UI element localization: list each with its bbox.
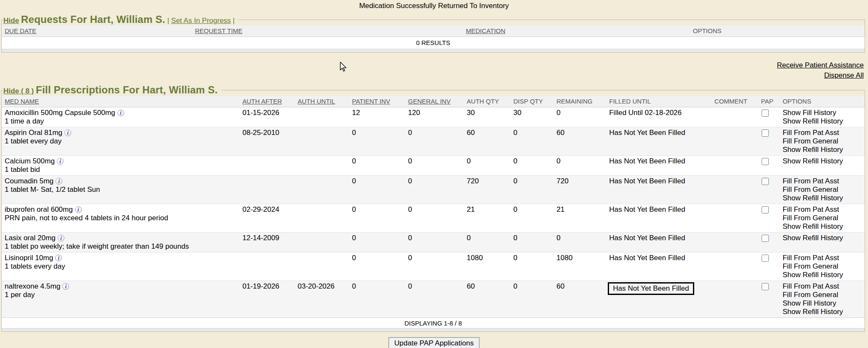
info-icon[interactable]: i	[58, 235, 64, 241]
info-icon[interactable]: i	[62, 283, 69, 290]
column-header-request-time[interactable]: REQUEST TIME	[193, 25, 464, 36]
column-header-medication[interactable]: MEDICATION	[464, 25, 691, 36]
general-inv-cell: 0	[406, 128, 465, 154]
option-link-fill-from-pat-asst[interactable]: Fill From Pat Asst	[782, 129, 863, 137]
option-link-fill-from-general[interactable]: Fill From General	[782, 137, 863, 146]
filled-until-text: Has Not Yet Been Filled	[609, 129, 685, 137]
filled-until-text: Has Not Yet Been Filled	[609, 177, 685, 185]
update-pap-applications-button[interactable]: Update PAP Applications	[389, 337, 479, 348]
column-header-auth-until[interactable]: AUTH UNTIL	[296, 96, 350, 107]
patient-inv-cell: 0	[351, 205, 406, 231]
prescription-row: Aspirin Oral 81mgi1 tablet every day08-2…	[2, 127, 865, 155]
auth-qty-cell: 60	[465, 282, 512, 317]
remaining-cell: 60	[555, 128, 607, 154]
option-link-show-refill-history[interactable]: Show Refill History	[782, 308, 863, 316]
auth-after-cell	[241, 177, 296, 203]
option-link-show-refill-history[interactable]: Show Refill History	[782, 117, 863, 126]
med-name-cell: Lasix oral 20mgi1 tablet po weekly; take…	[2, 233, 241, 251]
option-link-show-refill-history[interactable]: Show Refill History	[782, 222, 863, 231]
page-actions: Receive Patient Assistance Dispense All	[0, 60, 864, 81]
auth-after-cell: 02-29-2024	[241, 205, 296, 231]
requests-section: Hide Requests For Hart, William S. | Set…	[1, 14, 865, 53]
auth-after-cell: 01-15-2026	[241, 108, 296, 126]
filled-until-highlighted: Has Not Yet Been Filled	[608, 282, 694, 295]
med-sig: 1 per day	[5, 291, 239, 299]
disp-qty-cell: 0	[512, 128, 555, 154]
status-message: Medication Successfully Returned To Inve…	[0, 0, 868, 10]
auth-qty-cell: 21	[465, 205, 512, 231]
column-header-auth-after[interactable]: AUTH AFTER	[241, 96, 296, 107]
comment-cell	[713, 157, 760, 174]
receive-patient-assistance-link[interactable]: Receive Patient Assistance	[0, 60, 864, 70]
auth-after-cell: 08-25-2010	[241, 128, 296, 154]
auth-after-cell: 12-14-2009	[241, 233, 296, 251]
info-icon[interactable]: i	[56, 178, 62, 185]
info-icon[interactable]: i	[57, 158, 64, 165]
pap-checkbox[interactable]	[762, 178, 769, 185]
med-name: naltrexone 4.5mg	[5, 282, 60, 290]
filled-until-text: Has Not Yet Been Filled	[609, 254, 685, 262]
legend-separator: |	[233, 17, 234, 25]
pap-checkbox[interactable]	[762, 129, 769, 137]
option-link-fill-from-general[interactable]: Fill From General	[782, 262, 863, 271]
med-name: Aspirin Oral 81mg	[5, 129, 62, 137]
option-link-show-fill-history[interactable]: Show Fill History	[782, 299, 863, 308]
pap-checkbox[interactable]	[762, 109, 769, 117]
pap-checkbox[interactable]	[762, 235, 769, 242]
column-header-med-name[interactable]: MED NAME	[2, 96, 241, 107]
remaining-cell: 0	[555, 233, 607, 251]
pap-checkbox[interactable]	[762, 158, 769, 165]
option-link-fill-from-pat-asst[interactable]: Fill From Pat Asst	[782, 254, 863, 262]
prescription-row: Amoxicillin 500mg Capsule 500mgi1 time a…	[2, 107, 865, 127]
filled-until-cell: Has Not Yet Been Filled	[607, 128, 712, 154]
pap-checkbox[interactable]	[762, 255, 769, 262]
auth-after-cell	[241, 253, 296, 280]
filled-until-text: Has Not Yet Been Filled	[609, 234, 685, 242]
med-sig: 1 tablets every day	[5, 262, 239, 271]
info-icon[interactable]: i	[64, 129, 71, 136]
option-link-fill-from-general[interactable]: Fill From General	[782, 291, 863, 299]
med-sig: 1 tablet bid	[5, 166, 239, 174]
med-name-cell: Calcium 500mgi1 tablet bid	[2, 157, 241, 174]
option-link-show-refill-history[interactable]: Show Refill History	[782, 234, 863, 242]
option-link-fill-from-pat-asst[interactable]: Fill From Pat Asst	[782, 177, 863, 185]
filled-until-cell: Has Not Yet Been Filled	[607, 282, 712, 317]
hide-requests-link[interactable]: Hide	[3, 17, 19, 25]
column-header-general-inv[interactable]: GENERAL INV	[406, 96, 465, 107]
options-cell: Fill From Pat AsstFill From GeneralShow …	[781, 128, 865, 154]
option-link-fill-from-pat-asst[interactable]: Fill From Pat Asst	[782, 205, 863, 214]
info-icon[interactable]: i	[117, 109, 124, 116]
med-name-cell: Coumadin 5mgi1 tablet M- Sat, 1/2 tablet…	[2, 177, 241, 203]
option-link-show-refill-history[interactable]: Show Refill History	[782, 157, 863, 166]
column-header-pap: PAP	[760, 96, 781, 107]
option-link-show-refill-history[interactable]: Show Refill History	[782, 194, 863, 202]
options-cell: Fill From Pat AsstFill From GeneralShow …	[781, 177, 865, 203]
option-link-show-refill-history[interactable]: Show Refill History	[782, 146, 863, 154]
info-icon[interactable]: i	[75, 206, 82, 213]
pap-checkbox[interactable]	[762, 206, 769, 213]
auth-qty-cell: 30	[465, 108, 512, 126]
option-link-fill-from-general[interactable]: Fill From General	[782, 214, 863, 222]
general-inv-cell: 120	[406, 108, 465, 126]
option-link-show-refill-history[interactable]: Show Refill History	[782, 271, 863, 279]
set-as-in-progress-link[interactable]: Set As In Progress	[171, 17, 231, 25]
pap-cell	[760, 108, 781, 126]
auth-qty-cell: 60	[465, 128, 512, 154]
filled-until-cell: Has Not Yet Been Filled	[607, 157, 712, 174]
legend-separator: |	[167, 17, 169, 25]
info-icon[interactable]: i	[55, 255, 62, 261]
filled-until-text: Has Not Yet Been Filled	[609, 205, 685, 213]
hide-fill-link[interactable]: Hide ( 8 )	[3, 87, 34, 95]
pap-cell	[760, 253, 781, 280]
option-link-fill-from-general[interactable]: Fill From General	[782, 185, 863, 194]
column-header-due-date[interactable]: DUE DATE	[2, 25, 193, 36]
option-link-show-fill-history[interactable]: Show Fill History	[782, 109, 863, 117]
column-header-patient-inv[interactable]: PATIENT INV	[351, 96, 406, 107]
dispense-all-link[interactable]: Dispense All	[0, 70, 864, 81]
filled-until-cell: Filled Until 02-18-2026	[607, 108, 712, 126]
option-link-fill-from-pat-asst[interactable]: Fill From Pat Asst	[782, 282, 863, 291]
filled-until-cell: Has Not Yet Been Filled	[607, 205, 712, 231]
pap-checkbox[interactable]	[762, 283, 769, 290]
med-sig: 1 tablet every day	[5, 137, 239, 146]
comment-cell	[713, 205, 760, 231]
